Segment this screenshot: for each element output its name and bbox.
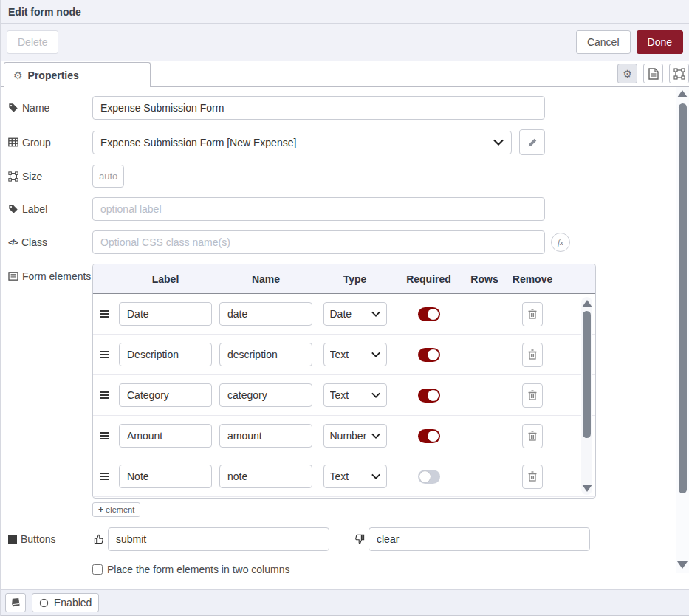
scroll-up-arrow[interactable] (677, 90, 688, 97)
tag-icon (8, 204, 18, 214)
trash-icon (528, 390, 537, 400)
scroll-up-arrow[interactable] (582, 300, 592, 307)
edit-group-button[interactable] (519, 129, 545, 155)
element-name-input[interactable] (219, 302, 312, 326)
description-doc-button[interactable] (643, 64, 663, 83)
cancel-button[interactable]: Cancel (576, 30, 631, 54)
element-label-input[interactable] (119, 424, 212, 448)
name-input[interactable] (92, 96, 545, 120)
col-header-remove: Remove (505, 273, 560, 285)
toggle-knob (428, 309, 439, 320)
remove-element-button[interactable] (522, 424, 543, 448)
add-element-button[interactable]: + element (92, 502, 140, 517)
class-input[interactable] (92, 230, 545, 254)
chevron-down-icon (371, 392, 380, 398)
group-select[interactable]: Expense Submission Form [New Expense] (92, 131, 512, 154)
table-row: Date (93, 294, 595, 335)
dialog-title: Edit form node (8, 6, 81, 18)
group-row: Group Expense Submission Form [New Expen… (8, 129, 689, 155)
table-row: Number (93, 416, 595, 456)
drag-handle[interactable] (93, 351, 115, 358)
done-button[interactable]: Done (637, 30, 683, 54)
square-icon (8, 535, 17, 544)
chevron-down-icon (371, 433, 380, 439)
drag-handle[interactable] (93, 310, 115, 318)
toggle-knob (419, 471, 431, 482)
trash-icon (528, 309, 537, 319)
chevron-down-icon (371, 473, 380, 479)
scrollbar-thumb[interactable] (583, 311, 591, 438)
fx-button[interactable]: fx (551, 233, 570, 252)
table-scrollbar[interactable] (581, 297, 592, 495)
properties-gear-button[interactable]: ⚙ (617, 64, 637, 83)
scroll-down-arrow[interactable] (677, 561, 688, 569)
scrollbar-thumb[interactable] (679, 103, 687, 493)
size-label: Size (8, 170, 92, 183)
status-circle-icon (39, 598, 49, 608)
gear-icon: ⚙ (13, 69, 23, 81)
required-toggle[interactable] (418, 307, 440, 321)
remove-element-button[interactable] (522, 343, 543, 367)
panel-scrollbar[interactable] (676, 87, 689, 573)
element-label-input[interactable] (119, 302, 212, 326)
table-header-row: Label Name Type Required Rows Remove (93, 264, 595, 294)
group-label: Group (8, 136, 92, 149)
enabled-toggle-button[interactable]: Enabled (32, 593, 99, 612)
required-toggle[interactable] (418, 348, 440, 362)
required-toggle[interactable] (418, 389, 440, 403)
edit-form-node-dialog: Edit form node Delete Cancel Done ⚙ Prop… (0, 0, 689, 616)
element-label-input[interactable] (119, 343, 212, 366)
submit-button-label-input[interactable] (108, 527, 329, 551)
name-row: Name (8, 96, 689, 120)
element-type-select[interactable]: Date (323, 302, 387, 326)
col-header-type: Type (316, 273, 394, 285)
pencil-icon (527, 137, 538, 148)
tabbar-icon-buttons: ⚙ (617, 64, 689, 83)
remove-element-button[interactable] (522, 302, 543, 326)
element-name-input[interactable] (219, 424, 312, 448)
class-row: </> Class fx (8, 230, 689, 254)
object-frame-icon (8, 171, 18, 182)
appearance-button[interactable] (669, 64, 689, 83)
two-columns-checkbox[interactable] (92, 564, 103, 575)
element-type-select[interactable]: Text (323, 465, 387, 488)
dialog-toolbar: Delete Cancel Done (1, 24, 689, 61)
chevron-down-icon (371, 352, 380, 357)
tab-properties[interactable]: ⚙ Properties (4, 62, 151, 87)
element-label-input[interactable] (119, 383, 212, 407)
thumbs-up-icon (92, 533, 106, 545)
remove-element-button[interactable] (522, 465, 543, 489)
required-toggle[interactable] (418, 429, 440, 443)
two-columns-row: Place the form elements in two columns (92, 564, 689, 575)
required-toggle[interactable] (418, 470, 440, 484)
element-type-select[interactable]: Text (323, 383, 387, 407)
name-label: Name (8, 101, 92, 114)
element-name-input[interactable] (219, 383, 312, 407)
size-row: Size auto (8, 165, 689, 188)
element-name-input[interactable] (219, 343, 312, 366)
table-row: Text (93, 456, 595, 497)
tab-bar: ⚙ Properties ⚙ (1, 61, 689, 87)
col-header-name: Name (216, 273, 316, 285)
col-header-rows: Rows (464, 273, 505, 285)
scroll-down-arrow[interactable] (582, 485, 592, 492)
drag-handle[interactable] (93, 391, 115, 399)
drag-handle[interactable] (93, 432, 115, 439)
drag-handle[interactable] (93, 473, 115, 480)
element-type-select[interactable]: Number (323, 424, 387, 448)
node-help-button[interactable] (5, 593, 26, 612)
clear-button-label-input[interactable] (369, 527, 590, 551)
element-label-input[interactable] (119, 465, 212, 488)
remove-element-button[interactable] (522, 383, 543, 408)
two-columns-label: Place the form elements in two columns (107, 564, 289, 575)
label-input[interactable] (92, 197, 545, 221)
buttons-label: Buttons (8, 533, 92, 546)
trash-icon (528, 471, 537, 482)
element-type-select[interactable]: Text (323, 343, 387, 366)
element-name-input[interactable] (219, 465, 312, 488)
delete-button[interactable]: Delete (7, 30, 58, 54)
book-icon (10, 598, 21, 608)
size-auto-button[interactable]: auto (92, 165, 124, 188)
fx-icon: fx (558, 238, 563, 247)
plus-icon: + (98, 504, 103, 515)
